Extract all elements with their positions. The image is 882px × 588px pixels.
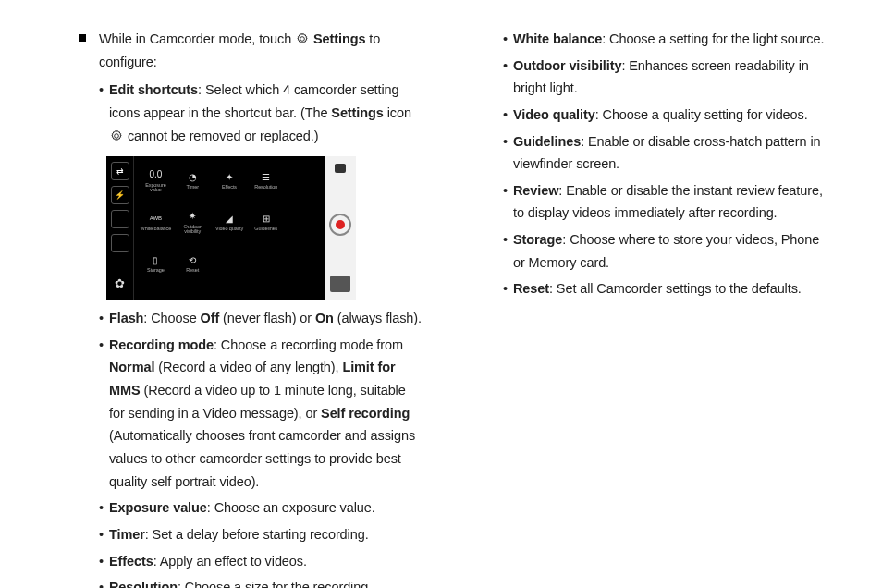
square-bullet: [79, 34, 86, 42]
item-white-balance: •White balance: Choose a setting for the…: [483, 28, 827, 51]
shortcut-bar: ⇄ ⚡ ✿: [106, 156, 134, 300]
left-column: While in Camcorder mode, touch Settings …: [55, 28, 423, 588]
item-timer: •Timer: Set a delay before starting reco…: [79, 523, 423, 546]
item-exposure: •Exposure value: Choose an exposure valu…: [79, 496, 423, 520]
right-column: •White balance: Choose a setting for the…: [473, 28, 827, 588]
shortcut-icon: ⚡: [111, 186, 129, 204]
item-video-quality: •Video quality: Choose a quality setting…: [483, 104, 827, 127]
item-storage: •Storage: Choose where to store your vid…: [483, 228, 827, 274]
gear-icon: ✿: [115, 274, 125, 294]
settings-grid: 0.0Exposurevalue ◔Timer ✦Effects ☰Resolu…: [134, 156, 325, 288]
gear-icon: [296, 32, 309, 45]
shortcut-icon: [111, 234, 129, 252]
item-recording-mode: • Recording mode: Choose a recording mod…: [79, 334, 423, 493]
item-review: •Review: Enable or disable the instant r…: [483, 179, 827, 225]
lead-line: While in Camcorder mode, touch Settings …: [79, 28, 423, 73]
shortcut-icon: ⇄: [111, 162, 129, 180]
shortcut-icon: [111, 210, 129, 228]
gear-icon: [110, 129, 123, 142]
item-outdoor-visibility: •Outdoor visibility: Enhances screen rea…: [483, 55, 827, 100]
camcorder-settings-screenshot: ⇄ ⚡ ✿ 0.0Exposurevalue ◔Timer ✦Effects ☰…: [106, 156, 356, 300]
item-guidelines: •Guidelines: Enable or disable cross-hat…: [483, 130, 827, 176]
item-reset: •Reset: Set all Camcorder settings to th…: [483, 277, 827, 300]
gallery-thumbnail: [330, 276, 350, 292]
record-button: [329, 214, 351, 236]
item-flash: • Flash: Choose Off (never flash) or On …: [79, 307, 423, 330]
item-effects: •Effects: Apply an effect to videos.: [79, 550, 423, 573]
edit-shortcuts-label: Edit shortcuts: [109, 82, 198, 97]
item-edit-shortcuts: • Edit shortcuts: Select which 4 camcord…: [79, 79, 423, 147]
lead-settings-word: Settings: [313, 31, 365, 46]
lead-prefix: While in Camcorder mode, touch: [99, 31, 295, 46]
camera-icon: [335, 164, 346, 173]
item-resolution: •Resolution: Choose a size for the recor…: [79, 576, 423, 588]
